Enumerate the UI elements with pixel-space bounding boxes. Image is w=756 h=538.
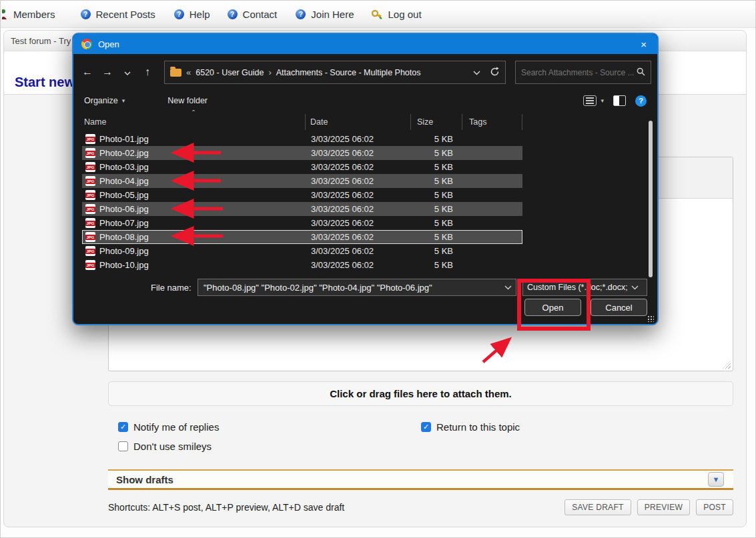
help-icon: ? <box>81 9 91 19</box>
chevron-down-icon[interactable] <box>500 285 516 290</box>
file-type-select[interactable]: Custom Files (*.doc;*.docx;*.xls <box>522 279 647 296</box>
file-open-dialog: Open × ← → ↑ « 6520 - User Guide › Attac… <box>72 33 659 325</box>
search-box[interactable] <box>515 61 651 84</box>
checkbox-icon[interactable]: ✓ <box>118 422 128 432</box>
file-size-cell: 5 KB <box>412 134 463 144</box>
dialog-titlebar[interactable]: Open × <box>73 34 657 54</box>
file-name-label: File name: <box>151 283 192 293</box>
jpg-file-icon: JPG <box>85 246 95 256</box>
view-mode-icon[interactable] <box>583 95 597 106</box>
nav-item-label: Contact <box>243 9 278 20</box>
path-segment[interactable]: Attachments - Source - Multiple Photos <box>276 68 421 77</box>
file-name-cell: JPGPhoto-07.jpg <box>83 218 306 228</box>
file-name-cell: JPGPhoto-04.jpg <box>83 176 306 186</box>
organize-label: Organize <box>84 96 118 105</box>
dialog-resize-grip-icon[interactable] <box>647 315 654 322</box>
back-icon[interactable]: ← <box>77 66 97 78</box>
file-row[interactable]: JPGPhoto-03.jpg3/03/2025 06:025 KB <box>82 160 522 174</box>
file-size-cell: 5 KB <box>412 204 463 214</box>
file-date-cell: 3/03/2025 06:02 <box>306 134 412 144</box>
jpg-file-icon: JPG <box>85 190 95 200</box>
post-button[interactable]: POST <box>696 499 733 515</box>
file-name-text: Photo-03.jpg <box>99 162 149 172</box>
file-date-cell: 3/03/2025 06:02 <box>306 176 412 186</box>
up-icon[interactable]: ↑ <box>137 66 157 78</box>
file-row[interactable]: JPGPhoto-06.jpg3/03/2025 06:025 KB <box>82 202 522 216</box>
organize-menu[interactable]: Organize ▾ <box>84 96 125 105</box>
column-header-name[interactable]: Name ˆ <box>82 114 306 130</box>
jpg-file-icon: JPG <box>85 162 95 172</box>
column-label: Date <box>310 117 328 127</box>
scrollbar[interactable] <box>649 121 653 277</box>
nav-item-members[interactable]: Members <box>2 9 55 20</box>
file-row[interactable]: JPGPhoto-08.jpg3/03/2025 06:025 KB <box>82 230 522 244</box>
nav-item-help[interactable]: ? Help <box>174 9 210 20</box>
nav-item-join-here[interactable]: ? Join Here <box>296 9 354 20</box>
file-row[interactable]: JPGPhoto-04.jpg3/03/2025 06:025 KB <box>82 174 522 188</box>
file-name-text: Photo-06.jpg <box>99 204 149 214</box>
file-date-cell: 3/03/2025 06:02 <box>306 190 412 200</box>
save-draft-button[interactable]: SAVE DRAFT <box>564 499 631 515</box>
refresh-icon[interactable] <box>490 67 500 79</box>
path-separator-icon: › <box>268 67 271 77</box>
checkbox-icon[interactable] <box>118 441 128 451</box>
forward-icon[interactable]: → <box>97 66 117 78</box>
preview-pane-icon[interactable] <box>613 95 626 106</box>
file-row[interactable]: JPGPhoto-10.jpg3/03/2025 06:025 KB <box>82 258 522 272</box>
file-list: JPGPhoto-01.jpg3/03/2025 06:025 KBJPGPho… <box>82 132 522 272</box>
dialog-help-icon[interactable]: ? <box>635 95 647 107</box>
view-chevron-icon[interactable]: ▾ <box>601 97 604 104</box>
search-input[interactable] <box>521 68 637 77</box>
new-folder-button[interactable]: New folder <box>167 96 208 105</box>
notify-replies-option[interactable]: ✓ Notify me of replies <box>118 421 219 433</box>
file-date-cell: 3/03/2025 06:02 <box>306 204 412 214</box>
checkbox-icon[interactable]: ✓ <box>421 422 431 432</box>
chevron-down-icon: ▾ <box>122 97 125 104</box>
search-icon <box>637 67 645 78</box>
jpg-file-icon: JPG <box>85 176 95 186</box>
file-row[interactable]: JPGPhoto-09.jpg3/03/2025 06:025 KB <box>82 244 522 258</box>
address-bar[interactable]: « 6520 - User Guide › Attachments - Sour… <box>164 61 506 84</box>
chevron-down-icon <box>627 285 643 290</box>
key-icon <box>372 9 383 19</box>
nav-item-label: Join Here <box>311 9 354 20</box>
address-chevron-icon[interactable] <box>473 67 480 77</box>
shortcuts-text: Shortcuts: ALT+S post, ALT+P preview, AL… <box>108 502 344 513</box>
column-header-tags[interactable]: Tags <box>462 114 522 130</box>
cancel-button[interactable]: Cancel <box>591 299 647 316</box>
return-topic-option[interactable]: ✓ Return to this topic <box>421 421 520 433</box>
no-smileys-option[interactable]: Don't use smileys <box>118 441 212 452</box>
nav-item-log-out[interactable]: Log out <box>372 9 422 20</box>
nav-item-contact[interactable]: ? Contact <box>228 9 278 20</box>
history-chevron-icon[interactable] <box>117 66 137 78</box>
preview-button[interactable]: PREVIEW <box>637 499 690 515</box>
file-name-text: Photo-08.jpg <box>99 232 149 242</box>
resize-grip-icon[interactable] <box>723 361 731 369</box>
file-type-value: Custom Files (*.doc;*.docx;*.xls <box>527 283 627 292</box>
file-name-cell: JPGPhoto-06.jpg <box>83 204 306 214</box>
file-name-text: Photo-02.jpg <box>99 148 149 158</box>
file-name-cell: JPGPhoto-10.jpg <box>83 260 306 270</box>
file-name-input[interactable] <box>198 283 500 293</box>
help-icon: ? <box>174 9 184 19</box>
file-name-row: File name: Custom Files (*.doc;*.docx;*.… <box>73 279 657 296</box>
nav-item-recent-posts[interactable]: ? Recent Posts <box>81 9 155 20</box>
close-icon[interactable]: × <box>638 39 649 50</box>
show-drafts-bar[interactable]: Show drafts ▼ <box>108 469 733 490</box>
file-row[interactable]: JPGPhoto-05.jpg3/03/2025 06:025 KB <box>82 188 522 202</box>
drafts-expand-button[interactable]: ▼ <box>708 472 724 487</box>
file-row[interactable]: JPGPhoto-02.jpg3/03/2025 06:025 KB <box>82 146 522 160</box>
jpg-file-icon: JPG <box>85 232 95 242</box>
file-name-cell: JPGPhoto-05.jpg <box>83 190 306 200</box>
open-button[interactable]: Open <box>524 299 581 316</box>
file-date-cell: 3/03/2025 06:02 <box>306 246 412 256</box>
breadcrumb[interactable]: Test forum - Try <box>11 36 71 46</box>
file-row[interactable]: JPGPhoto-07.jpg3/03/2025 06:025 KB <box>82 216 522 230</box>
column-header-date[interactable]: Date <box>306 114 411 130</box>
attach-hint: Click or drag files here to attach them. <box>330 388 512 399</box>
attach-dropzone[interactable]: Click or drag files here to attach them. <box>108 381 733 406</box>
file-name-combobox[interactable] <box>198 279 516 296</box>
path-segment[interactable]: 6520 - User Guide <box>196 68 264 77</box>
column-header-size[interactable]: Size <box>411 114 462 130</box>
file-row[interactable]: JPGPhoto-01.jpg3/03/2025 06:025 KB <box>82 132 522 146</box>
